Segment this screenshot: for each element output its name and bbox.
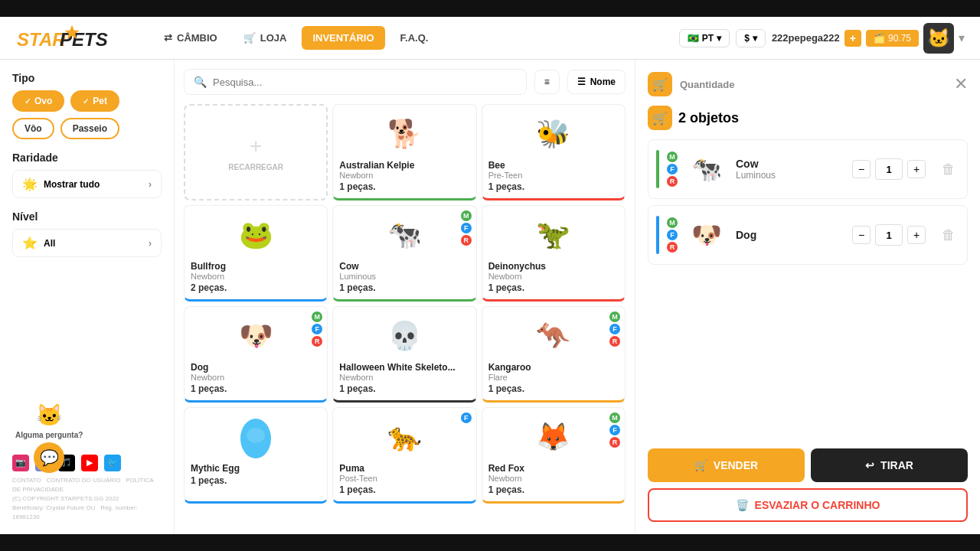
- cart-item-info: Dog: [736, 229, 844, 241]
- list-item[interactable]: M F R 🦊 Red Fox Newborn 1 peças.: [482, 407, 626, 504]
- qty-controls: − +: [852, 224, 926, 246]
- sort-button[interactable]: ≡: [534, 70, 560, 94]
- nivel-select[interactable]: ⭐ All ›: [12, 229, 162, 257]
- qty-increase-button[interactable]: +: [907, 160, 926, 178]
- list-item[interactable]: 🐝 Bee Pre-Teen 1 peças.: [482, 104, 626, 201]
- badge-f: F: [609, 425, 620, 435]
- list-item[interactable]: M F R 🐶 Dog Newborn 1 peças.: [184, 306, 328, 403]
- list-item[interactable]: 🦖 Deinonychus Newborn 1 peças.: [482, 205, 626, 302]
- cart-item: M F R 🐄 Cow Luminous − + 🗑: [648, 139, 968, 199]
- item-badges: F: [461, 412, 472, 423]
- qty-input[interactable]: [875, 158, 903, 180]
- badge-r: R: [609, 336, 620, 347]
- list-item[interactable]: M F R 🐄 Cow Luminous 1 peças.: [332, 205, 476, 302]
- cart-item-badges: M F R: [667, 152, 678, 187]
- cart-count-icon: 🛒: [648, 106, 672, 130]
- delete-button[interactable]: 🗑: [938, 158, 959, 180]
- reload-card[interactable]: + RECARREGAR: [184, 104, 328, 201]
- qty-controls: − +: [852, 158, 926, 180]
- item-image: 🐶: [233, 313, 279, 359]
- list-item[interactable]: Mythic Egg 1 peças.: [184, 407, 328, 504]
- list-item[interactable]: 🐕 Australian Kelpie Newborn 1 peças.: [332, 104, 476, 201]
- currency-dollar-button[interactable]: $ ▾: [736, 29, 766, 47]
- close-button[interactable]: ✕: [954, 74, 968, 94]
- qty-input[interactable]: [875, 224, 903, 246]
- chat-widget: 🐱 Alguma pergunta? 💬: [15, 403, 83, 473]
- header-right: 🇧🇷 PT ▾ $ ▾ 222pepega222 + 🗂️ 90.75 🐱 ▾: [679, 23, 965, 54]
- badge-r: R: [461, 235, 472, 246]
- cart-item-badges: M F R: [667, 217, 678, 253]
- badge-r: R: [667, 176, 678, 187]
- filter-pet[interactable]: ✓ Pet: [70, 90, 119, 112]
- item-image: 🐝: [531, 111, 577, 157]
- user-area: 222pepega222 + 🗂️ 90.75 🐱 ▾: [772, 23, 965, 54]
- items-grid: + RECARREGAR 🐕 Australian Kelpie Newborn…: [184, 104, 626, 504]
- sell-button[interactable]: 🛒 VENDER: [648, 448, 805, 482]
- item-badges: M F R: [609, 412, 620, 448]
- qty-decrease-button[interactable]: −: [852, 226, 871, 244]
- badge-r: R: [312, 336, 322, 347]
- qty-increase-button[interactable]: +: [907, 226, 926, 244]
- cart-item-image: 🐄: [685, 148, 728, 191]
- filter-ovo[interactable]: ✓ Ovo: [12, 90, 64, 112]
- svg-point-4: [247, 428, 265, 443]
- name-sort-button[interactable]: ☰ Nome: [567, 70, 626, 94]
- item-image: 🐄: [381, 212, 427, 258]
- raridade-select[interactable]: 🌟 Mostrar tudo ›: [12, 170, 162, 198]
- filter-passeio[interactable]: Passeio: [60, 118, 119, 139]
- currency-pt-button[interactable]: 🇧🇷 PT ▾: [679, 29, 730, 47]
- badge-f: F: [609, 324, 620, 334]
- cart-header: 🛒 Quantidade ✕: [648, 72, 968, 96]
- nav-loja[interactable]: 🛒 LOJA: [233, 26, 298, 50]
- badge-m: M: [667, 152, 678, 162]
- user-dropdown-button[interactable]: ▾: [959, 31, 965, 45]
- item-badges: M F R: [461, 210, 472, 246]
- logo: STAR PETS: [15, 24, 115, 52]
- search-box[interactable]: 🔍: [184, 69, 527, 95]
- list-item[interactable]: F 🐆 Puma Post-Teen 1 peças.: [332, 407, 476, 504]
- badge-r: R: [609, 437, 620, 448]
- nav-faq[interactable]: F.A.Q.: [390, 26, 439, 50]
- action-row: 🛒 VENDER ↩ TIRAR: [648, 448, 968, 482]
- badge-m: M: [461, 210, 472, 221]
- list-item[interactable]: 💀 Halloween White Skeleto... Newborn 1 p…: [332, 306, 476, 403]
- badge-m: M: [609, 311, 620, 322]
- cart-item: M F R 🐶 Dog − + 🗑: [648, 205, 968, 265]
- youtube-icon[interactable]: ▶: [81, 455, 98, 471]
- list-item[interactable]: M F R 🦘 Kangaroo Flare 1 peças.: [482, 306, 626, 403]
- cat-mascot: 🐱: [36, 403, 63, 428]
- list-item[interactable]: 🐸 Bullfrog Newborn 2 peças.: [184, 205, 328, 302]
- wallet-button[interactable]: 🗂️ 90.75: [866, 30, 919, 47]
- add-funds-button[interactable]: +: [844, 30, 861, 47]
- inventory-header: 🔍 ≡ ☰ Nome: [184, 69, 626, 95]
- cart-panel: 🛒 Quantidade ✕ 🛒 2 objetos M F R: [635, 60, 980, 534]
- tipo-title: Tipo: [12, 72, 162, 84]
- badge-f: F: [667, 164, 678, 174]
- badge-f: F: [461, 412, 472, 423]
- avatar[interactable]: 🐱: [923, 23, 954, 54]
- cart-item-image: 🐶: [685, 214, 728, 256]
- badge-m: M: [609, 412, 620, 423]
- chevron-down-icon: ▾: [717, 33, 721, 44]
- trash-icon: 🗑️: [736, 499, 749, 511]
- cart-item-info: Cow Luminous: [736, 158, 844, 181]
- search-input[interactable]: [213, 77, 517, 88]
- chat-label: Alguma pergunta?: [15, 431, 83, 439]
- tipo-filters: ✓ Ovo ✓ Pet Vôo Passeio: [12, 90, 162, 139]
- nivel-arrow-icon: ›: [149, 238, 152, 249]
- twitter-icon[interactable]: 🐦: [104, 455, 121, 471]
- chat-icon: 💬: [40, 448, 59, 467]
- cart-icon: 🛒: [648, 72, 672, 96]
- nav-cambio[interactable]: ⇄ CÂMBIO: [153, 26, 228, 50]
- list-icon: ☰: [577, 77, 586, 87]
- cart-count-row: 🛒 2 objetos: [648, 106, 968, 130]
- chat-bubble-button[interactable]: 💬: [34, 442, 64, 473]
- nav: ⇄ CÂMBIO 🛒 LOJA INVENTÁRIO F.A.Q.: [153, 26, 656, 50]
- search-icon: 🔍: [194, 76, 207, 88]
- remove-button[interactable]: ↩ TIRAR: [811, 448, 968, 482]
- nav-inventario[interactable]: INVENTÁRIO: [302, 26, 384, 50]
- filter-voo[interactable]: Vôo: [12, 118, 54, 139]
- qty-decrease-button[interactable]: −: [852, 160, 871, 178]
- delete-button[interactable]: 🗑: [938, 224, 959, 246]
- clear-cart-button[interactable]: 🗑️ ESVAZIAR O CARRINHO: [648, 488, 968, 522]
